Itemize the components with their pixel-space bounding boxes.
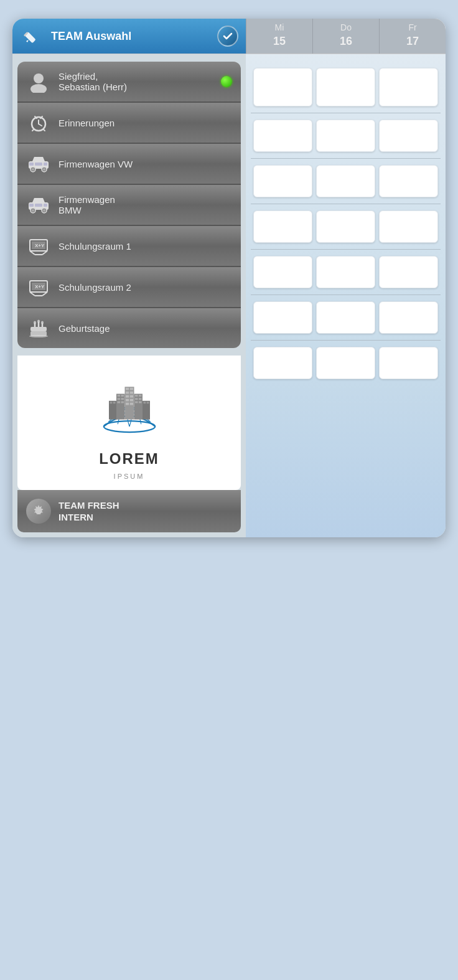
svg-line-11 bbox=[44, 130, 45, 131]
calendar-cell-car-bmw-fr[interactable] bbox=[379, 210, 438, 243]
team-item-label-car-vw: Firmenwagen VW bbox=[58, 159, 232, 169]
calendar-cell-person-do[interactable] bbox=[316, 68, 375, 106]
gear-icon bbox=[26, 499, 51, 524]
right-panel bbox=[246, 54, 446, 537]
calendar-cell-car-bmw-mi[interactable] bbox=[253, 210, 312, 243]
svg-rect-72 bbox=[139, 398, 142, 400]
svg-line-10 bbox=[32, 130, 34, 131]
svg-rect-58 bbox=[129, 399, 133, 402]
svg-rect-17 bbox=[29, 163, 34, 166]
svg-rect-52 bbox=[129, 388, 133, 390]
team-item-label-person: Siegfried, Sebastian (Herr) bbox=[58, 71, 213, 92]
logo-area: LOREM IPSUM bbox=[17, 356, 241, 490]
svg-point-24 bbox=[43, 209, 45, 212]
left-panel: Siegfried, Sebastian (Herr) bbox=[12, 54, 246, 537]
svg-point-16 bbox=[43, 168, 45, 171]
calendar-cell-room2-do[interactable] bbox=[316, 301, 375, 334]
team-item-label-room2: Schulungsraum 2 bbox=[58, 282, 232, 293]
calendar-cell-reminders-mi[interactable] bbox=[253, 120, 312, 152]
svg-point-15 bbox=[32, 168, 34, 171]
person-icon bbox=[26, 69, 51, 94]
calendar-cell-birthdays-fr[interactable] bbox=[379, 347, 438, 379]
pencil-icon bbox=[20, 24, 45, 49]
calendar-row-car-bmw bbox=[251, 204, 441, 250]
calendar-cell-birthdays-do[interactable] bbox=[316, 347, 375, 379]
calendar-row-reminders bbox=[251, 113, 441, 159]
team-item-room1[interactable]: X+Y Schulungsraum 1 bbox=[17, 226, 241, 267]
calendar-cell-room1-do[interactable] bbox=[316, 256, 375, 288]
calendar-cell-car-bmw-do[interactable] bbox=[316, 210, 375, 243]
svg-rect-67 bbox=[121, 402, 124, 403]
svg-point-45 bbox=[41, 321, 44, 324]
calendar-cell-person-mi[interactable] bbox=[253, 68, 312, 106]
calendar-cell-room2-fr[interactable] bbox=[379, 301, 438, 334]
cake-icon bbox=[26, 316, 51, 341]
day-col-fr: Fr 17 bbox=[379, 19, 446, 54]
svg-rect-69 bbox=[135, 395, 138, 397]
svg-rect-76 bbox=[110, 402, 112, 403]
header-check-button[interactable] bbox=[217, 26, 238, 47]
team-item-birthdays[interactable]: Geburtstage bbox=[17, 308, 241, 348]
calendar-cell-room1-mi[interactable] bbox=[253, 256, 312, 288]
footer-team-item[interactable]: TEAM FRESH INTERN bbox=[17, 490, 241, 532]
calendar-cell-car-vw-mi[interactable] bbox=[253, 165, 312, 197]
header-left: TEAM Auswahl bbox=[12, 19, 246, 54]
calendar-row-room1 bbox=[251, 250, 441, 295]
day-num-fr: 17 bbox=[406, 34, 419, 52]
calendar-cell-room1-fr[interactable] bbox=[379, 256, 438, 288]
svg-rect-46 bbox=[30, 327, 47, 331]
svg-rect-54 bbox=[129, 392, 133, 394]
svg-rect-57 bbox=[126, 399, 129, 402]
team-item-reminders[interactable]: Erinnerungen bbox=[17, 103, 241, 144]
team-item-label-room1: Schulungsraum 1 bbox=[58, 241, 232, 252]
svg-rect-77 bbox=[113, 402, 115, 403]
team-item-label-birthdays: Geburtstage bbox=[58, 323, 232, 334]
team-item-car-vw[interactable]: Firmenwagen VW bbox=[17, 144, 241, 185]
team-item-car-bmw[interactable]: Firmenwagen BMW bbox=[17, 185, 241, 226]
svg-point-4 bbox=[30, 84, 47, 93]
svg-text:X+Y: X+Y bbox=[35, 284, 45, 290]
calendar-cell-person-fr[interactable] bbox=[379, 68, 438, 106]
day-num-mi: 15 bbox=[273, 34, 286, 52]
classroom2-icon: X+Y bbox=[26, 275, 51, 299]
svg-rect-56 bbox=[129, 395, 133, 398]
svg-rect-66 bbox=[117, 402, 120, 403]
main-content: Siegfried, Sebastian (Herr) bbox=[12, 54, 446, 537]
calendar-cell-reminders-fr[interactable] bbox=[379, 120, 438, 152]
header-days: Mi 15 Do 16 Fr 17 bbox=[246, 19, 446, 54]
svg-text:X+Y: X+Y bbox=[35, 243, 45, 248]
car-vw-icon bbox=[26, 151, 51, 176]
svg-point-3 bbox=[34, 73, 44, 83]
calendar-cell-car-vw-do[interactable] bbox=[316, 165, 375, 197]
svg-marker-1 bbox=[26, 40, 29, 42]
svg-rect-19 bbox=[44, 163, 47, 166]
logo-company-sub: IPSUM bbox=[114, 473, 145, 480]
header-title: TEAM Auswahl bbox=[51, 30, 211, 43]
day-col-do: Do 16 bbox=[312, 19, 379, 54]
logo-company-name: LOREM bbox=[99, 450, 159, 468]
svg-rect-71 bbox=[135, 398, 138, 400]
svg-rect-60 bbox=[129, 403, 133, 405]
svg-rect-26 bbox=[35, 204, 42, 207]
svg-line-7 bbox=[39, 124, 42, 126]
svg-rect-63 bbox=[121, 395, 124, 397]
calendar-row-car-vw bbox=[251, 159, 441, 204]
svg-point-43 bbox=[34, 321, 36, 324]
day-col-mi: Mi 15 bbox=[246, 19, 312, 54]
svg-rect-62 bbox=[117, 395, 120, 397]
header: TEAM Auswahl Mi 15 Do 16 Fr 17 bbox=[12, 19, 446, 54]
calendar-cell-car-vw-fr[interactable] bbox=[379, 165, 438, 197]
calendar-cell-reminders-do[interactable] bbox=[316, 120, 375, 152]
calendar-row-person bbox=[251, 62, 441, 113]
car-bmw-icon bbox=[26, 192, 51, 217]
day-num-do: 16 bbox=[340, 34, 352, 52]
calendar-row-room2 bbox=[251, 295, 441, 341]
team-item-room2[interactable]: X+Y Schulungsraum 2 bbox=[17, 267, 241, 308]
svg-rect-65 bbox=[121, 398, 124, 400]
team-item-person[interactable]: Siegfried, Sebastian (Herr) bbox=[17, 62, 241, 103]
calendar-cell-room2-mi[interactable] bbox=[253, 301, 312, 334]
day-name-mi: Mi bbox=[275, 19, 284, 34]
svg-rect-80 bbox=[146, 402, 149, 403]
svg-rect-70 bbox=[139, 395, 142, 397]
calendar-cell-birthdays-mi[interactable] bbox=[253, 347, 312, 379]
